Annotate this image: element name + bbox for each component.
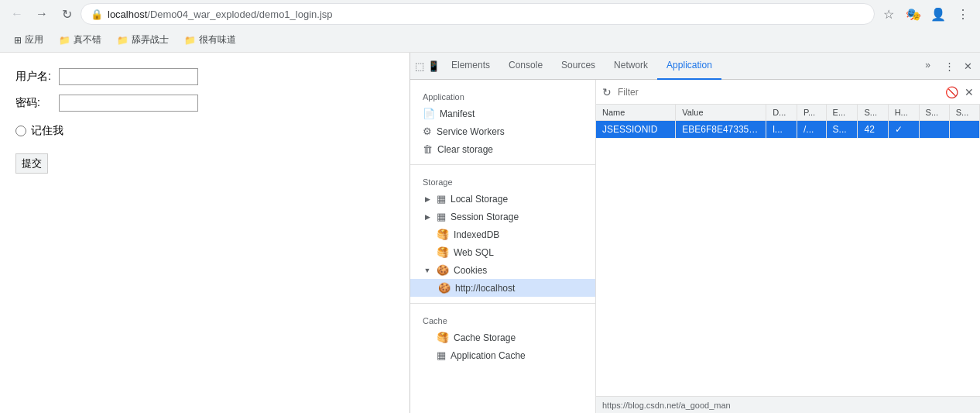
username-input[interactable] xyxy=(59,68,198,85)
col-path[interactable]: P... xyxy=(797,105,827,121)
username-row: 用户名: xyxy=(15,68,394,85)
page-content: 用户名: 密码: 记住我 提交 xyxy=(0,53,409,413)
top-bar: ← → ↻ 🔒 localhost/Demo04_war_exploded/de… xyxy=(0,0,980,28)
reload-button[interactable]: ↻ xyxy=(56,3,77,25)
col-httponly[interactable]: H... xyxy=(888,105,919,121)
cache-storage-toggle xyxy=(423,333,432,342)
password-input[interactable] xyxy=(59,95,198,112)
web-sql-icon: 🥞 xyxy=(437,246,449,258)
bookmark-1[interactable]: 📁 真不错 xyxy=(53,32,108,48)
submit-row: 提交 xyxy=(15,147,394,174)
back-button[interactable]: ← xyxy=(6,3,28,25)
address-bar[interactable]: 🔒 localhost/Demo04_war_exploded/demo1_lo… xyxy=(81,3,875,25)
status-bar: https://blog.csdn.net/a_good_man xyxy=(596,396,980,413)
col-secure[interactable]: S... xyxy=(919,105,949,121)
bookmark-apps[interactable]: ⊞ 应用 xyxy=(8,32,50,48)
service-workers-label: Service Workers xyxy=(437,126,505,137)
bookmark-3[interactable]: 📁 很有味道 xyxy=(178,32,242,48)
indexeddb-toggle xyxy=(423,230,432,239)
tab-console[interactable]: Console xyxy=(499,53,552,80)
star-button[interactable]: ☆ xyxy=(878,3,899,25)
cookies-table-container[interactable]: Name Value D... P... E... S... H... S...… xyxy=(596,105,980,396)
devtools-body: Application 📄 Manifest ⚙ Service Workers… xyxy=(410,80,980,413)
sidebar-local-storage[interactable]: ▶ ▦ Local Storage xyxy=(410,190,595,208)
menu-button[interactable]: ⋮ xyxy=(952,3,974,25)
device-mode-button[interactable]: 📱 xyxy=(426,55,442,77)
col-domain[interactable]: D... xyxy=(766,105,797,121)
sidebar-localhost-cookies[interactable]: 🍪 http://localhost xyxy=(410,279,595,297)
col-name[interactable]: Name xyxy=(596,105,676,121)
indexeddb-icon: 🥞 xyxy=(437,229,449,240)
bookmark-apps-label: 应用 xyxy=(25,33,43,46)
filter-block-button[interactable]: 🚫 xyxy=(945,86,958,98)
inspect-mode-button[interactable]: ⬚ xyxy=(413,55,426,77)
folder-icon-2: 📁 xyxy=(117,35,128,46)
col-size[interactable]: S... xyxy=(858,105,888,121)
status-text: https://blog.csdn.net/a_good_man xyxy=(602,401,731,410)
table-row[interactable]: JSESSIONIDEBE6F8E473354AF...l.../...S...… xyxy=(596,121,980,139)
sidebar-clear-storage[interactable]: 🗑 Clear storage xyxy=(410,140,595,158)
col-expires[interactable]: E... xyxy=(826,105,858,121)
tab-sources[interactable]: Sources xyxy=(552,53,605,80)
local-storage-label: Local Storage xyxy=(451,194,508,205)
bookmark-3-label: 很有味道 xyxy=(199,33,236,46)
devtools-close-icon[interactable]: ✕ xyxy=(958,57,977,75)
devtools-sidebar: Application 📄 Manifest ⚙ Service Workers… xyxy=(410,80,596,413)
password-label: 密码: xyxy=(15,96,54,110)
folder-icon-1: 📁 xyxy=(59,35,70,46)
submit-button[interactable]: 提交 xyxy=(15,153,48,174)
sidebar-session-storage[interactable]: ▶ ▦ Session Storage xyxy=(410,208,595,225)
col-value[interactable]: Value xyxy=(676,105,766,121)
filter-input[interactable] xyxy=(618,87,939,98)
table-header-row: Name Value D... P... E... S... H... S...… xyxy=(596,105,980,121)
sidebar-manifest[interactable]: 📄 Manifest xyxy=(410,105,595,122)
cookies-toggle: ▼ xyxy=(423,266,432,275)
remember-checkbox[interactable] xyxy=(15,126,26,136)
table-cell: 42 xyxy=(858,121,888,139)
cookies-table: Name Value D... P... E... S... H... S...… xyxy=(596,105,980,139)
main-content: 用户名: 密码: 记住我 提交 ⬚ 📱 Elements xyxy=(0,53,980,413)
bookmark-1-label: 真不错 xyxy=(74,33,101,46)
col-samesite[interactable]: S... xyxy=(949,105,979,121)
tab-application[interactable]: Application xyxy=(657,53,721,80)
extension-button[interactable]: 🎭 xyxy=(903,3,924,25)
app-cache-label: Application Cache xyxy=(451,350,526,361)
sidebar-cookies[interactable]: ▼ 🍪 Cookies xyxy=(410,261,595,279)
toolbar-icons: ☆ 🎭 👤 ⋮ xyxy=(878,3,974,25)
bookmark-2[interactable]: 📁 舔弄战士 xyxy=(111,32,175,48)
username-label: 用户名: xyxy=(15,70,54,84)
apps-icon: ⊞ xyxy=(14,35,22,46)
sidebar-indexeddb[interactable]: 🥞 IndexedDB xyxy=(410,225,595,243)
table-cell xyxy=(949,121,979,139)
cache-storage-label: Cache Storage xyxy=(454,332,516,343)
url-display: localhost/Demo04_war_exploded/demo1_logi… xyxy=(108,9,865,20)
devtools-panel: ⬚ 📱 Elements Console Sources Network App… xyxy=(409,53,980,413)
filter-clear-button[interactable]: ✕ xyxy=(965,86,974,98)
filter-refresh-button[interactable]: ↻ xyxy=(602,86,612,98)
table-cell xyxy=(919,121,949,139)
cache-storage-icon: 🥞 xyxy=(437,332,449,343)
tab-network[interactable]: Network xyxy=(605,53,657,80)
web-sql-label: Web SQL xyxy=(454,247,494,258)
forward-button[interactable]: → xyxy=(31,3,53,25)
application-section-label: Application xyxy=(410,86,595,105)
clear-storage-icon: 🗑 xyxy=(423,143,433,155)
sidebar-service-workers[interactable]: ⚙ Service Workers xyxy=(410,122,595,140)
profile-button[interactable]: 👤 xyxy=(927,3,949,25)
app-cache-toggle xyxy=(423,351,432,360)
local-storage-toggle: ▶ xyxy=(423,194,432,204)
remember-label: 记住我 xyxy=(31,124,63,138)
session-storage-label: Session Storage xyxy=(451,212,519,222)
devtools-options-icon[interactable]: ⋮ xyxy=(940,57,958,75)
sidebar-cache-storage[interactable]: 🥞 Cache Storage xyxy=(410,329,595,346)
tab-more[interactable]: » xyxy=(916,53,940,80)
url-host: localhost xyxy=(108,9,147,20)
filter-bar: ↻ 🚫 ✕ xyxy=(596,80,980,105)
localhost-cookies-icon: 🍪 xyxy=(438,282,451,294)
sidebar-web-sql[interactable]: 🥞 Web SQL xyxy=(410,243,595,261)
devtools-tabs: ⬚ 📱 Elements Console Sources Network App… xyxy=(410,53,980,80)
sidebar-application-cache[interactable]: ▦ Application Cache xyxy=(410,346,595,364)
browser-window: ← → ↻ 🔒 localhost/Demo04_war_exploded/de… xyxy=(0,0,980,413)
manifest-icon: 📄 xyxy=(423,108,435,119)
tab-elements[interactable]: Elements xyxy=(442,53,499,80)
